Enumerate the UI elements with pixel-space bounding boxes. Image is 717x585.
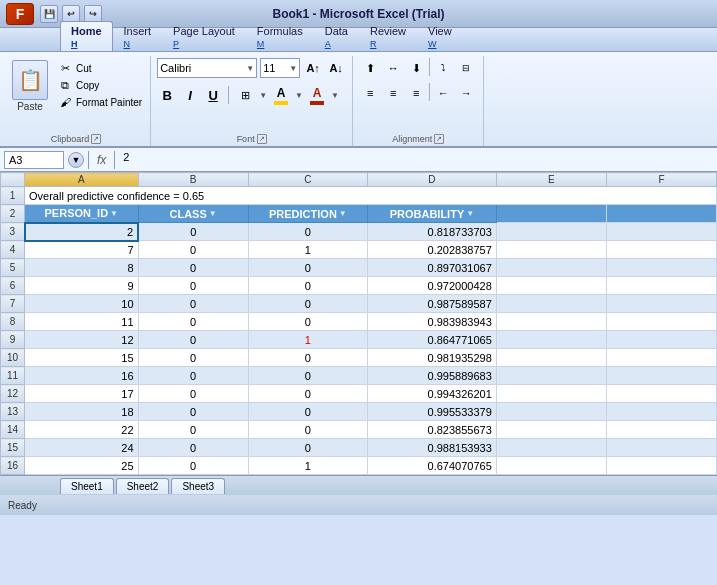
col-header-F[interactable]: F xyxy=(606,173,716,187)
qa-save[interactable]: 💾 xyxy=(40,5,58,23)
data-cell[interactable]: 0.823855673 xyxy=(368,421,497,439)
data-cell[interactable]: 0.995889683 xyxy=(368,367,497,385)
data-cell[interactable] xyxy=(496,385,606,403)
header-cell-empty-4[interactable] xyxy=(496,205,606,223)
row-header-11[interactable]: 11 xyxy=(1,367,25,385)
data-cell[interactable]: 0 xyxy=(138,457,248,475)
align-center-button[interactable]: ≡ xyxy=(382,83,404,103)
data-cell[interactable]: 0.972000428 xyxy=(368,277,497,295)
row-header-7[interactable]: 7 xyxy=(1,295,25,313)
borders-button[interactable]: ⊞ xyxy=(234,84,256,106)
row-header-12[interactable]: 12 xyxy=(1,385,25,403)
data-cell[interactable] xyxy=(496,295,606,313)
data-cell[interactable]: 0 xyxy=(248,277,367,295)
data-cell[interactable] xyxy=(496,277,606,295)
ribbon-tab-home[interactable]: HomeH xyxy=(60,21,113,51)
data-cell[interactable]: 0.987589587 xyxy=(368,295,497,313)
data-cell[interactable]: 0.995533379 xyxy=(368,403,497,421)
data-cell[interactable]: 0 xyxy=(138,421,248,439)
data-cell[interactable]: 0.983983943 xyxy=(368,313,497,331)
borders-dropdown[interactable]: ▼ xyxy=(259,91,267,100)
data-cell[interactable] xyxy=(496,439,606,457)
data-cell[interactable]: 0 xyxy=(248,295,367,313)
col-header-D[interactable]: D xyxy=(368,173,497,187)
data-cell[interactable]: 0 xyxy=(138,259,248,277)
data-cell[interactable] xyxy=(606,385,716,403)
data-cell[interactable]: 0 xyxy=(138,241,248,259)
data-cell[interactable] xyxy=(606,367,716,385)
format-painter-button[interactable]: 🖌 Format Painter xyxy=(55,94,144,110)
data-cell[interactable]: 0.988153933 xyxy=(368,439,497,457)
row-header-14[interactable]: 14 xyxy=(1,421,25,439)
col-header-B[interactable]: B xyxy=(138,173,248,187)
data-cell[interactable]: 0 xyxy=(248,223,367,241)
data-cell[interactable]: 0 xyxy=(138,295,248,313)
data-cell[interactable]: 0 xyxy=(248,349,367,367)
row-header-15[interactable]: 15 xyxy=(1,439,25,457)
row-header-8[interactable]: 8 xyxy=(1,313,25,331)
font-color-button[interactable]: A xyxy=(306,84,328,106)
data-cell[interactable]: 0 xyxy=(248,403,367,421)
underline-button[interactable]: U xyxy=(203,85,223,105)
row-header-3[interactable]: 3 xyxy=(1,223,25,241)
data-cell[interactable] xyxy=(496,457,606,475)
ribbon-tab-data[interactable]: DataA xyxy=(314,21,359,51)
align-top-button[interactable]: ⬆ xyxy=(359,58,381,78)
data-cell[interactable]: 0 xyxy=(138,331,248,349)
data-cell[interactable]: 7 xyxy=(25,241,139,259)
data-cell[interactable] xyxy=(606,403,716,421)
data-cell[interactable]: 0 xyxy=(248,439,367,457)
row-header-2[interactable]: 2 xyxy=(1,205,25,223)
header-cell-2[interactable]: PREDICTION▼ xyxy=(248,205,367,223)
bold-button[interactable]: B xyxy=(157,85,177,105)
ribbon-tab-formulas[interactable]: FormulasM xyxy=(246,21,314,51)
sheet-tab-sheet3[interactable]: Sheet3 xyxy=(171,478,225,494)
clipboard-expand[interactable]: ↗ xyxy=(91,134,101,144)
data-cell[interactable]: 10 xyxy=(25,295,139,313)
data-cell[interactable]: 24 xyxy=(25,439,139,457)
data-cell[interactable]: 0.864771065 xyxy=(368,331,497,349)
data-cell[interactable] xyxy=(606,313,716,331)
font-name-select[interactable]: Calibri ▼ xyxy=(157,58,257,78)
data-cell[interactable]: 0 xyxy=(138,439,248,457)
col-header-A[interactable]: A xyxy=(25,173,139,187)
data-cell[interactable]: 0 xyxy=(248,385,367,403)
data-cell[interactable]: 16 xyxy=(25,367,139,385)
data-cell[interactable]: 15 xyxy=(25,349,139,367)
data-cell[interactable]: 25 xyxy=(25,457,139,475)
data-cell[interactable]: 0.202838757 xyxy=(368,241,497,259)
data-cell[interactable]: 0 xyxy=(138,277,248,295)
row-header-5[interactable]: 5 xyxy=(1,259,25,277)
wrap-text-button[interactable]: ⤵ xyxy=(432,58,454,78)
header-cell-0[interactable]: PERSON_ID▼ xyxy=(25,205,139,223)
name-box[interactable]: A3 xyxy=(4,151,64,169)
indent-more-button[interactable]: → xyxy=(455,83,477,103)
fill-color-button[interactable]: A xyxy=(270,84,292,106)
data-cell[interactable] xyxy=(606,295,716,313)
office-button[interactable]: F xyxy=(6,3,34,25)
row-header-9[interactable]: 9 xyxy=(1,331,25,349)
data-cell[interactable]: 0 xyxy=(248,367,367,385)
data-cell[interactable] xyxy=(606,421,716,439)
qa-undo[interactable]: ↩ xyxy=(62,5,80,23)
info-cell[interactable]: Overall predictive confidence = 0.65 xyxy=(25,187,717,205)
align-expand[interactable]: ↗ xyxy=(434,134,444,144)
data-cell[interactable]: 17 xyxy=(25,385,139,403)
align-middle-button[interactable]: ↔ xyxy=(382,58,404,78)
font-expand[interactable]: ↗ xyxy=(257,134,267,144)
data-cell[interactable]: 1 xyxy=(248,457,367,475)
indent-less-button[interactable]: ← xyxy=(432,83,454,103)
data-cell[interactable] xyxy=(606,241,716,259)
ribbon-tab-review[interactable]: ReviewR xyxy=(359,21,417,51)
align-bottom-button[interactable]: ⬇ xyxy=(405,58,427,78)
increase-font-size-button[interactable]: A↑ xyxy=(303,58,323,78)
data-cell[interactable] xyxy=(496,403,606,421)
data-cell[interactable]: 8 xyxy=(25,259,139,277)
data-cell[interactable]: 0 xyxy=(138,349,248,367)
row-header-1[interactable]: 1 xyxy=(1,187,25,205)
data-cell[interactable]: 0 xyxy=(138,367,248,385)
data-cell[interactable]: 0.994326201 xyxy=(368,385,497,403)
formula-input[interactable]: 2 xyxy=(119,151,713,169)
qa-redo[interactable]: ↪ xyxy=(84,5,102,23)
data-cell[interactable] xyxy=(496,259,606,277)
